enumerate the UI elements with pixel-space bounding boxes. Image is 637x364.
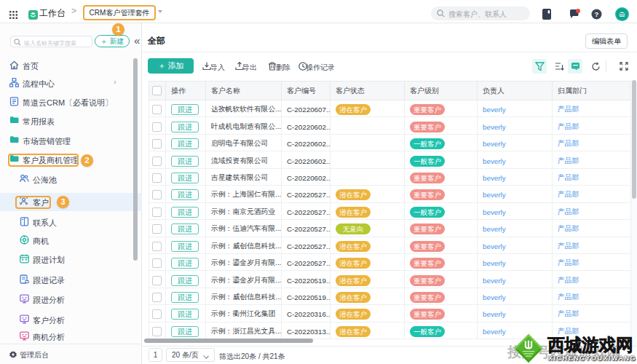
- svg-text:?: ?: [595, 10, 599, 18]
